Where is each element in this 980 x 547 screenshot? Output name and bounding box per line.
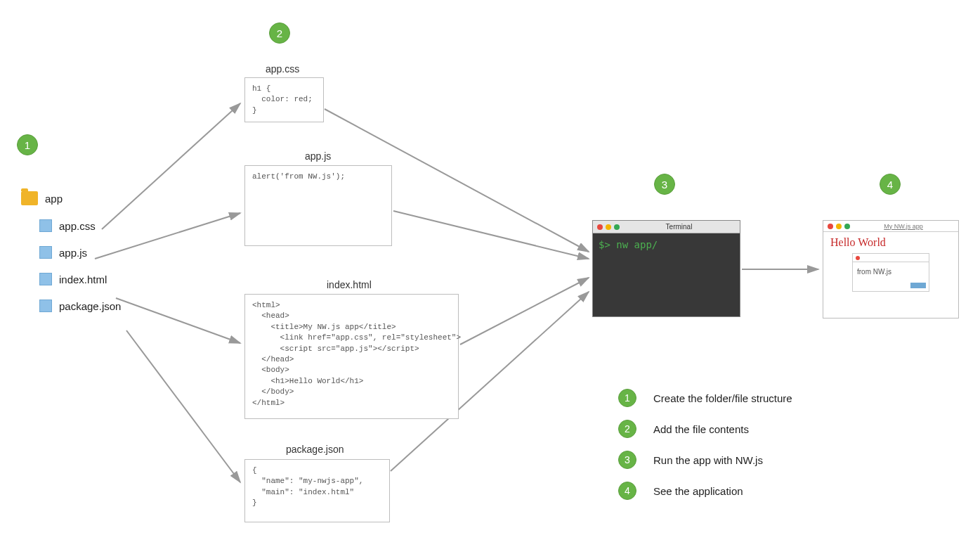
- badge-num: 3: [662, 179, 667, 191]
- code-box-js: alert('from NW.js');: [244, 165, 392, 246]
- svg-line-2: [116, 298, 240, 343]
- legend: 1 Create the folder/file structure 2 Add…: [618, 389, 792, 513]
- tree-file-row: package.json: [39, 300, 121, 312]
- file-icon: [39, 300, 52, 312]
- file-label: package.json: [59, 300, 121, 312]
- terminal-titlebar: Terminal: [593, 221, 740, 233]
- badge-num: 1: [25, 139, 30, 151]
- alert-dialog: from NW.js: [852, 253, 929, 292]
- app-titlebar: My NW.js app: [823, 221, 958, 232]
- file-icon: [39, 273, 52, 285]
- file-label: index.html: [59, 274, 107, 285]
- legend-badge-4: 4: [618, 482, 636, 500]
- legend-row: 4 See the application: [618, 482, 792, 500]
- folder-icon: [21, 191, 38, 205]
- code-title-js: app.js: [305, 150, 331, 162]
- file-tree: app app.css app.js index.html package.js…: [21, 191, 121, 326]
- window-close-icon: [597, 224, 603, 230]
- file-label: app.css: [59, 220, 96, 232]
- step-badge-1: 1: [17, 134, 38, 155]
- legend-text: Add the file contents: [653, 423, 749, 435]
- code-title-json: package.json: [286, 444, 344, 455]
- terminal-window: Terminal $> nw app/: [592, 220, 740, 317]
- file-label: app.js: [59, 247, 87, 259]
- window-min-icon: [606, 224, 611, 230]
- terminal-title: Terminal: [622, 223, 736, 231]
- svg-line-6: [460, 278, 589, 345]
- code-title-css: app.css: [266, 63, 299, 75]
- legend-row: 2 Add the file contents: [618, 420, 792, 438]
- app-window-title: My NW.js app: [853, 223, 954, 230]
- code-box-json: { "name": "my-nwjs-app", "main": "index.…: [244, 459, 390, 522]
- badge-num: 2: [277, 27, 282, 39]
- alert-close-icon: [856, 256, 860, 260]
- step-badge-3: 3: [654, 174, 675, 195]
- legend-text: See the application: [653, 485, 743, 497]
- svg-line-0: [102, 103, 240, 229]
- tree-file-row: app.js: [39, 246, 121, 259]
- terminal-command: $> nw app/: [593, 233, 740, 256]
- folder-label: app: [45, 193, 63, 205]
- window-close-icon: [828, 224, 833, 229]
- step-badge-4: 4: [880, 174, 901, 195]
- window-min-icon: [836, 224, 842, 229]
- badge-num: 1: [625, 392, 630, 404]
- legend-row: 3 Run the app with NW.js: [618, 451, 792, 469]
- badge-num: 4: [887, 179, 893, 191]
- code-box-css: h1 { color: red; }: [244, 77, 324, 122]
- alert-text: from NW.js: [853, 262, 929, 281]
- tree-file-row: app.css: [39, 219, 121, 232]
- alert-titlebar: [853, 254, 929, 262]
- legend-row: 1 Create the folder/file structure: [618, 389, 792, 407]
- badge-num: 4: [625, 485, 630, 496]
- legend-badge-2: 2: [618, 420, 636, 438]
- file-icon: [39, 246, 52, 259]
- file-icon: [39, 219, 52, 232]
- code-title-html: index.html: [327, 279, 372, 290]
- svg-line-3: [126, 330, 240, 482]
- window-max-icon: [844, 224, 850, 229]
- badge-num: 3: [625, 454, 630, 465]
- step-badge-2: 2: [269, 22, 290, 44]
- legend-badge-3: 3: [618, 451, 636, 469]
- alert-ok-button: [910, 283, 926, 288]
- badge-num: 2: [625, 423, 630, 435]
- svg-line-5: [393, 211, 589, 259]
- tree-file-row: index.html: [39, 273, 121, 285]
- app-heading: Hello World: [823, 232, 958, 253]
- tree-folder-row: app: [21, 191, 121, 205]
- code-box-html: <html> <head> <title>My NW.js app</title…: [244, 294, 459, 419]
- legend-text: Run the app with NW.js: [653, 454, 763, 466]
- app-window: My NW.js app Hello World from NW.js: [823, 220, 959, 318]
- legend-text: Create the folder/file structure: [653, 392, 792, 404]
- window-max-icon: [614, 224, 620, 230]
- legend-badge-1: 1: [618, 389, 636, 407]
